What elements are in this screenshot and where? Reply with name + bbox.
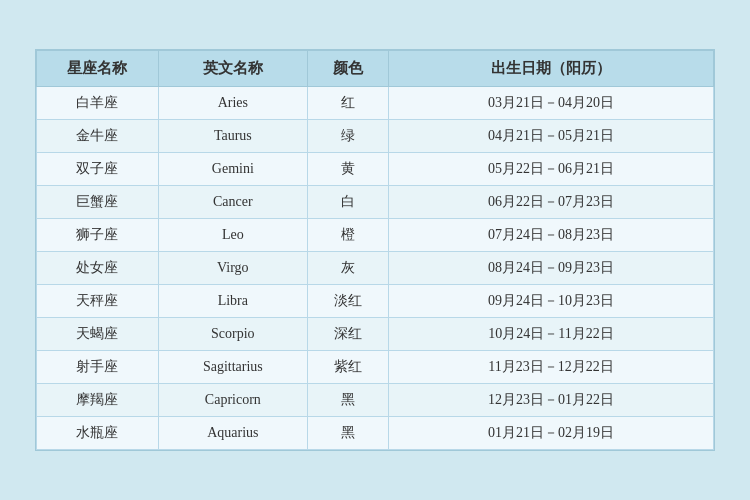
cell-english: Virgo <box>158 252 307 285</box>
cell-english: Leo <box>158 219 307 252</box>
table-row: 处女座Virgo灰08月24日－09月23日 <box>37 252 714 285</box>
cell-chinese: 双子座 <box>37 153 159 186</box>
cell-chinese: 水瓶座 <box>37 417 159 450</box>
cell-date: 09月24日－10月23日 <box>389 285 714 318</box>
cell-chinese: 天秤座 <box>37 285 159 318</box>
cell-color: 黑 <box>307 384 388 417</box>
cell-date: 04月21日－05月21日 <box>389 120 714 153</box>
zodiac-table: 星座名称 英文名称 颜色 出生日期（阳历） 白羊座Aries红03月21日－04… <box>36 50 714 450</box>
cell-english: Scorpio <box>158 318 307 351</box>
table-row: 天秤座Libra淡红09月24日－10月23日 <box>37 285 714 318</box>
header-english: 英文名称 <box>158 51 307 87</box>
cell-chinese: 巨蟹座 <box>37 186 159 219</box>
cell-color: 绿 <box>307 120 388 153</box>
cell-chinese: 射手座 <box>37 351 159 384</box>
table-row: 摩羯座Capricorn黑12月23日－01月22日 <box>37 384 714 417</box>
cell-date: 05月22日－06月21日 <box>389 153 714 186</box>
table-header-row: 星座名称 英文名称 颜色 出生日期（阳历） <box>37 51 714 87</box>
cell-english: Cancer <box>158 186 307 219</box>
cell-chinese: 金牛座 <box>37 120 159 153</box>
cell-chinese: 摩羯座 <box>37 384 159 417</box>
zodiac-table-container: 星座名称 英文名称 颜色 出生日期（阳历） 白羊座Aries红03月21日－04… <box>35 49 715 451</box>
cell-date: 01月21日－02月19日 <box>389 417 714 450</box>
cell-color: 黄 <box>307 153 388 186</box>
table-row: 双子座Gemini黄05月22日－06月21日 <box>37 153 714 186</box>
table-row: 射手座Sagittarius紫红11月23日－12月22日 <box>37 351 714 384</box>
cell-english: Gemini <box>158 153 307 186</box>
table-row: 金牛座Taurus绿04月21日－05月21日 <box>37 120 714 153</box>
cell-color: 白 <box>307 186 388 219</box>
cell-color: 深红 <box>307 318 388 351</box>
cell-date: 03月21日－04月20日 <box>389 87 714 120</box>
cell-english: Aries <box>158 87 307 120</box>
header-chinese: 星座名称 <box>37 51 159 87</box>
cell-english: Aquarius <box>158 417 307 450</box>
table-row: 天蝎座Scorpio深红10月24日－11月22日 <box>37 318 714 351</box>
cell-chinese: 狮子座 <box>37 219 159 252</box>
table-body: 白羊座Aries红03月21日－04月20日金牛座Taurus绿04月21日－0… <box>37 87 714 450</box>
cell-date: 08月24日－09月23日 <box>389 252 714 285</box>
cell-date: 12月23日－01月22日 <box>389 384 714 417</box>
cell-color: 橙 <box>307 219 388 252</box>
table-row: 白羊座Aries红03月21日－04月20日 <box>37 87 714 120</box>
cell-date: 06月22日－07月23日 <box>389 186 714 219</box>
header-color: 颜色 <box>307 51 388 87</box>
table-row: 水瓶座Aquarius黑01月21日－02月19日 <box>37 417 714 450</box>
cell-chinese: 白羊座 <box>37 87 159 120</box>
cell-color: 红 <box>307 87 388 120</box>
cell-chinese: 处女座 <box>37 252 159 285</box>
cell-color: 灰 <box>307 252 388 285</box>
cell-english: Sagittarius <box>158 351 307 384</box>
header-date: 出生日期（阳历） <box>389 51 714 87</box>
cell-english: Capricorn <box>158 384 307 417</box>
cell-color: 黑 <box>307 417 388 450</box>
cell-date: 11月23日－12月22日 <box>389 351 714 384</box>
table-row: 巨蟹座Cancer白06月22日－07月23日 <box>37 186 714 219</box>
table-row: 狮子座Leo橙07月24日－08月23日 <box>37 219 714 252</box>
cell-color: 淡红 <box>307 285 388 318</box>
cell-english: Taurus <box>158 120 307 153</box>
cell-date: 10月24日－11月22日 <box>389 318 714 351</box>
cell-english: Libra <box>158 285 307 318</box>
cell-color: 紫红 <box>307 351 388 384</box>
cell-chinese: 天蝎座 <box>37 318 159 351</box>
cell-date: 07月24日－08月23日 <box>389 219 714 252</box>
